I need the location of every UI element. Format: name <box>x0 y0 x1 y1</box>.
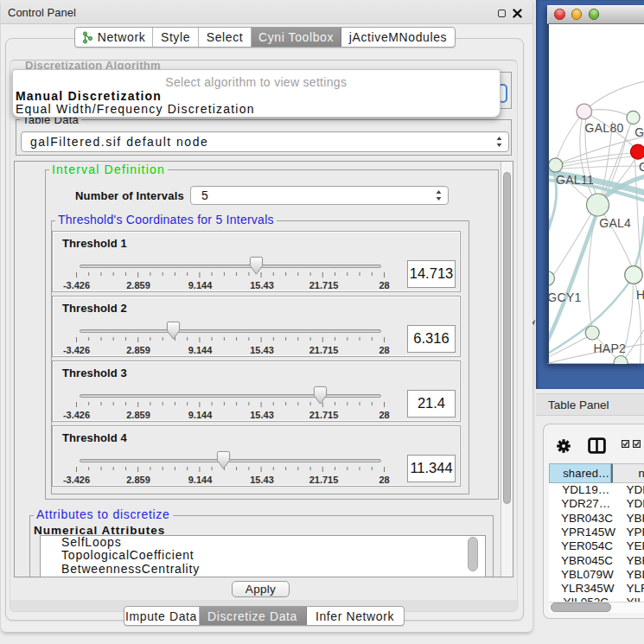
svg-text:GAL11: GAL11 <box>556 173 594 187</box>
svg-text:H: H <box>635 288 644 302</box>
svg-text:GA: GA <box>634 125 644 139</box>
svg-text:G: G <box>638 160 644 174</box>
svg-text:HAP2: HAP2 <box>593 341 626 355</box>
svg-text:GCY1: GCY1 <box>547 290 581 304</box>
svg-text:GAL4: GAL4 <box>599 216 631 230</box>
svg-text:GAL80: GAL80 <box>584 121 623 135</box>
